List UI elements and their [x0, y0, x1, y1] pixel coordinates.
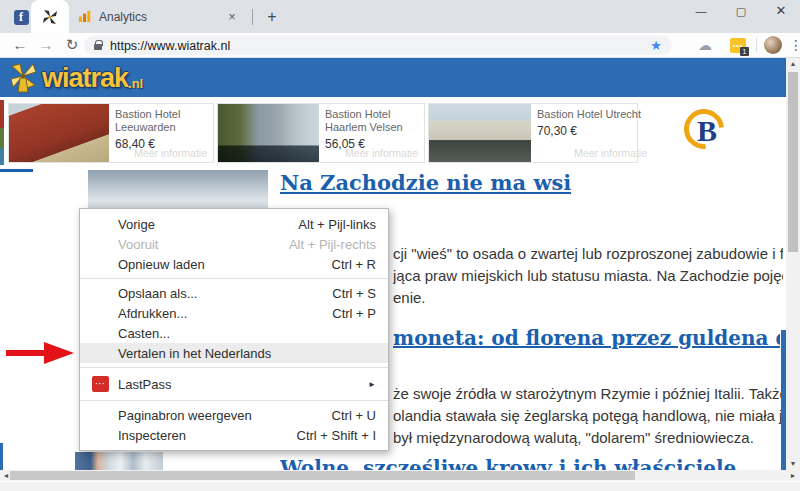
toolbar-divider: [756, 38, 757, 52]
lastpass-badge: 1: [740, 47, 749, 56]
site-logo[interactable]: wiatrak .nl: [8, 61, 143, 95]
hotel-name: Bastion Hotel Utrecht: [537, 108, 647, 121]
menu-item-shortcut: Ctrl + S: [332, 286, 376, 301]
menu-item-label: Afdrukken...: [118, 306, 332, 321]
menu-item-label: Inspecteren: [118, 428, 297, 443]
menu-item-label: Opnieuw laden: [118, 257, 332, 272]
menu-item-shortcut: Alt + Pijl-rechts: [289, 237, 376, 252]
menu-item-opnieuw-laden[interactable]: Opnieuw laden Ctrl + R: [80, 254, 388, 274]
pinned-tab-facebook[interactable]: f: [11, 7, 31, 27]
article2-text-line: że swoje źródła w starożytnym Rzymie i p…: [393, 385, 783, 402]
windmill-favicon-icon: [42, 9, 58, 25]
menu-separator: [80, 400, 388, 401]
clipped-content-sliver: [0, 128, 4, 148]
menu-item-label: Vertalen in het Nederlands: [118, 346, 376, 361]
bastion-hotels-logo: B: [684, 107, 730, 153]
forward-button[interactable]: →: [36, 36, 56, 53]
chrome-menu-icon[interactable]: ⋮: [789, 37, 800, 53]
hotel-name: Bastion Hotel Leeuwarden: [115, 108, 207, 134]
menu-item-shortcut: Alt + Pijl-links: [298, 217, 376, 232]
address-bar[interactable]: https://www.wiatrak.nl ★: [84, 36, 672, 55]
hotel-card-haarlem[interactable]: Bastion Hotel Haarlem Velsen 56,05 € Mee…: [217, 103, 425, 163]
article1-thumbnail[interactable]: [88, 170, 268, 210]
menu-item-afdrukken[interactable]: Afdrukken... Ctrl + P: [80, 303, 388, 323]
article2-title-link[interactable]: moneta: od florena przez guldena do e: [393, 326, 780, 350]
maximize-button[interactable]: ▢: [728, 2, 754, 20]
submenu-arrow-icon: ►: [368, 380, 376, 389]
menu-item-shortcut: Ctrl + P: [332, 306, 376, 321]
facebook-icon: f: [14, 10, 29, 25]
hotel-name: Bastion Hotel Haarlem Velsen: [325, 108, 418, 134]
tab-divider: [252, 9, 253, 25]
hotel-photo: [9, 104, 109, 162]
article1-text-line: jąca praw miejskich lub statusu miasta. …: [393, 267, 783, 284]
lastpass-extension-icon[interactable]: ••• 1: [730, 38, 746, 53]
menu-item-vooruit: Vooruit Alt + Pijl-rechts: [80, 234, 388, 254]
analytics-icon: [78, 10, 91, 23]
bastion-letter: B: [697, 114, 717, 148]
clipped-content-sliver: [0, 100, 4, 128]
more-info-link[interactable]: Meer informatie: [345, 147, 418, 159]
menu-item-label: Paginabron weergeven: [118, 408, 332, 423]
scroll-down-icon[interactable]: ▼: [786, 458, 800, 470]
menu-separator: [80, 367, 388, 368]
tab-analytics-label: Analytics: [99, 10, 224, 24]
menu-item-label: Vorige: [118, 217, 298, 232]
lastpass-icon: ···: [92, 376, 109, 392]
tab-bar: f Analytics × + — ▢ ✕: [0, 0, 800, 33]
lock-icon: [94, 44, 102, 50]
menu-item-inspecteren[interactable]: Inspecteren Ctrl + Shift + I: [80, 425, 388, 445]
logo-text: wiatrak: [42, 63, 128, 94]
red-pointer-arrow: [6, 338, 76, 368]
hotel-card-leeuwarden[interactable]: Bastion Hotel Leeuwarden 68,40 € Meer in…: [8, 103, 214, 163]
menu-item-paginabron[interactable]: Paginabron weergeven Ctrl + U: [80, 405, 388, 425]
tab-analytics[interactable]: Analytics ×: [70, 0, 248, 33]
clipped-content-sliver: [0, 148, 4, 165]
page-viewport: wiatrak .nl Bastion Hotel Leeuwarden 68,…: [0, 58, 786, 470]
cloud-extension-icon[interactable]: ☁: [698, 37, 712, 53]
scroll-up-icon[interactable]: ▲: [786, 58, 800, 70]
bookmark-star-icon[interactable]: ★: [650, 38, 662, 53]
windmill-logo-icon: [8, 61, 42, 95]
tab-close-icon[interactable]: ×: [224, 9, 240, 24]
hotel-card-utrecht[interactable]: Bastion Hotel Utrecht 70,30 € Meer infor…: [428, 103, 638, 163]
article3-thumbnail[interactable]: [75, 452, 163, 470]
site-header: wiatrak .nl: [0, 58, 786, 97]
vertical-scrollbar[interactable]: ▲ ▼: [786, 58, 800, 470]
more-info-link[interactable]: Meer informatie: [134, 147, 207, 159]
menu-item-casten[interactable]: Casten...: [80, 323, 388, 343]
clipped-content-sliver: [0, 443, 3, 470]
url-text[interactable]: https://www.wiatrak.nl: [110, 39, 230, 53]
article2-text-line: był międzynarodową walutą, "dolarem" śre…: [393, 429, 783, 446]
menu-item-lastpass[interactable]: ··· LastPass ►: [80, 372, 388, 396]
horizontal-scrollbar[interactable]: ◄ ►: [0, 470, 800, 481]
logo-tld: .nl: [128, 76, 143, 91]
close-window-button[interactable]: ✕: [768, 2, 794, 20]
minimize-button[interactable]: —: [688, 2, 714, 20]
article1-title-link[interactable]: Na Zachodzie nie ma wsi: [280, 170, 571, 195]
reload-button[interactable]: ↻: [62, 36, 82, 54]
menu-item-vorige[interactable]: Vorige Alt + Pijl-links: [80, 214, 388, 234]
menu-item-label: Vooruit: [118, 237, 289, 252]
article1-text-line: enie.: [393, 289, 783, 306]
scroll-right-icon[interactable]: ►: [787, 470, 799, 481]
menu-item-label: Casten...: [118, 326, 376, 341]
vertical-scrollbar-thumb[interactable]: [788, 72, 798, 252]
new-tab-button[interactable]: +: [260, 5, 284, 29]
menu-item-shortcut: Ctrl + Shift + I: [297, 428, 376, 443]
menu-separator: [80, 278, 388, 279]
article3-title-link[interactable]: Wolne, szczęśliwe krowy i ich właściciel…: [280, 456, 740, 470]
tab-wiatrak-active[interactable]: [31, 0, 69, 33]
profile-avatar[interactable]: [764, 36, 782, 54]
hotel-photo: [429, 104, 531, 162]
horizontal-scrollbar-thumb[interactable]: [10, 471, 635, 480]
back-button[interactable]: ←: [10, 36, 30, 53]
menu-item-shortcut: Ctrl + R: [332, 257, 376, 272]
menu-item-opslaan-als[interactable]: Opslaan als... Ctrl + S: [80, 283, 388, 303]
more-info-link[interactable]: Meer informatie: [574, 147, 647, 159]
menu-item-vertalen[interactable]: Vertalen in het Nederlands: [80, 343, 388, 363]
browser-window: f Analytics × + — ▢ ✕: [0, 0, 800, 491]
menu-item-label: Opslaan als...: [118, 286, 332, 301]
menu-item-label: LastPass: [118, 377, 368, 392]
article2-text-line: olandia stawała się żeglarską potęgą han…: [393, 407, 783, 424]
